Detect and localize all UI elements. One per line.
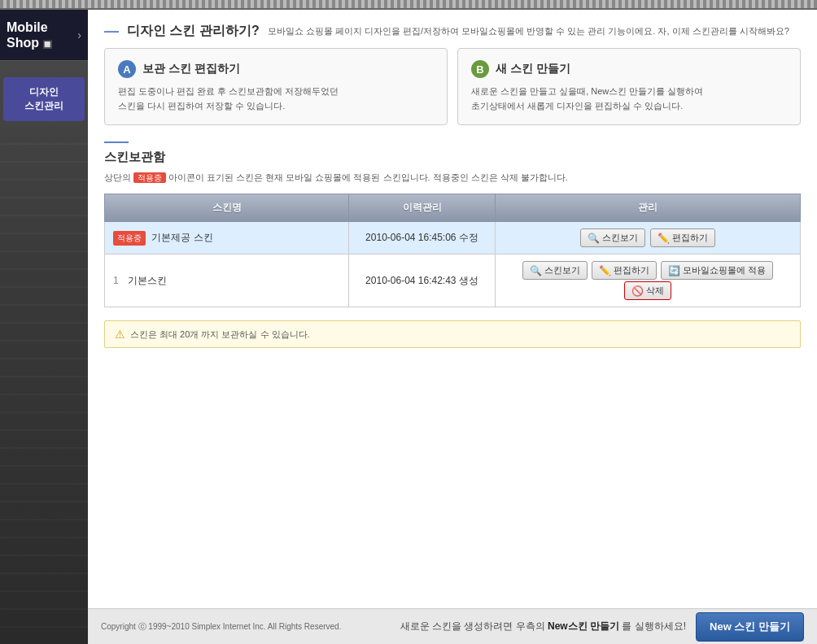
page-description: 모바일쇼 쇼핑몰 페이지 디자인을 편집/저장하여 모바일쇼핑몰에 반영할 수 … [268,25,789,37]
skin-number: 1 [113,275,119,286]
warning-icon: ⚠ [115,328,125,341]
col-header-name: 스킨명 [105,194,349,222]
delete-icon: 🚫 [631,285,644,297]
table-header-row: 스킨명 이력관리 관리 [105,194,801,222]
view-btn-label: 스킨보기 [602,232,638,244]
sidebar-nav: 디자인스킨관리 [0,77,88,123]
view-icon: 🔍 [530,265,542,276]
info-box-b: B 새 스킨 만들기 새로운 스킨을 만들고 싶을때, New스킨 만들기를 실… [457,48,801,125]
section-note-suffix: 아이콘이 표기된 스킨은 현재 모바일 쇼핑몰에 적용된 스킨입니다. 적용중인… [168,172,568,182]
section-note-prefix: 상단의 [104,172,131,182]
view-skin-btn-1[interactable]: 🔍 스킨보기 [580,228,645,247]
apply-icon: 🔄 [668,265,680,276]
history-cell: 2010-06-04 16:45:06 수정 [349,222,496,255]
footer-right: 새로운 스킨을 생성하려면 우측의 New스킨 만들기 를 실행하세요! New… [400,612,804,642]
skin-name: 기본제공 스킨 [151,232,212,243]
sidebar: Mobile Shop 🔲 › 디자인스킨관리 [0,10,88,644]
table-row: 적용중 기본제공 스킨 2010-06-04 16:45:06 수정 🔍 스킨보… [105,222,801,255]
col-header-history: 이력관리 [349,194,496,222]
main-content: — 디자인 스킨 관리하기? 모바일쇼 쇼핑몰 페이지 디자인을 편집/저장하여… [88,10,817,608]
warning-text: 스킨은 최대 20개 까지 보관하실 수 있습니다. [130,329,310,341]
history-cell: 2010-06-04 16:42:43 생성 [349,255,496,307]
info-box-b-title: B 새 스킨 만들기 [471,60,787,78]
skin-name-cell: 적용중 기본제공 스킨 [105,222,349,255]
edit-skin-btn-2[interactable]: ✏️ 편집하기 [592,261,657,280]
view-skin-btn-2[interactable]: 🔍 스킨보기 [522,261,588,280]
info-box-a: A 보관 스킨 편집하기 편집 도중이나 편집 완료 후 스킨보관함에 저장해두… [104,48,448,125]
sidebar-arrow-icon[interactable]: › [77,28,81,41]
section-note: 상단의 적용중 아이콘이 표기된 스킨은 현재 모바일 쇼핑몰에 적용된 스킨입… [104,172,801,184]
footer: Copyright ⓒ 1999~2010 Simplex Internet I… [88,608,817,644]
skin-name: 기본스킨 [128,275,167,286]
info-boxes: A 보관 스킨 편집하기 편집 도중이나 편집 완료 후 스킨보관함에 저장해두… [104,48,801,125]
logo-phone-icon: 🔲 [42,40,52,49]
page-title-bar: — 디자인 스킨 관리하기? 모바일쇼 쇼핑몰 페이지 디자인을 편집/저장하여… [104,23,801,40]
actions-cell: 🔍 스킨보기 ✏️ 편집하기 [496,222,801,255]
skin-name-cell: 1 기본스킨 [105,255,349,307]
info-box-a-desc: 편집 도중이나 편집 완료 후 스킨보관함에 저장해두었던스킨을 다시 편집하여… [118,85,434,113]
sidebar-bg-pattern [0,132,88,644]
skin-table: 스킨명 이력관리 관리 적용중 기본제공 스킨 2010-06-04 16:45… [104,194,801,307]
edit-btn-label: 편집하기 [614,264,649,276]
section-divider [104,141,129,143]
apply-mobile-btn[interactable]: 🔄 모바일쇼핑몰에 적용 [661,261,773,280]
page-title: 디자인 스킨 관리하기? [127,23,260,40]
section-header: 스킨보관함 [104,150,801,165]
edit-icon: ✏️ [658,233,670,244]
info-box-a-title-text: 보관 스킨 편집하기 [142,62,240,76]
view-icon: 🔍 [588,233,600,244]
edit-skin-btn-1[interactable]: ✏️ 편집하기 [650,228,715,247]
delete-skin-btn[interactable]: 🚫 삭제 [624,281,671,300]
col-header-manage: 관리 [496,194,801,222]
delete-btn-label: 삭제 [646,285,664,297]
sidebar-logo: Mobile Shop 🔲 › [0,10,88,61]
badge-a: A [118,60,136,78]
actions-cell: 🔍 스킨보기 ✏️ 편집하기 🔄 모바일쇼핑몰에 적용 [496,255,801,307]
title-accent: — [104,23,119,40]
main-panel: — 디자인 스킨 관리하기? 모바일쇼 쇼핑몰 페이지 디자인을 편집/저장하여… [88,10,817,644]
new-skin-button[interactable]: New 스킨 만들기 [696,612,804,642]
sidebar-item-label: 디자인스킨관리 [24,86,63,111]
table-row: 1 기본스킨 2010-06-04 16:42:43 생성 🔍 스킨보기 ✏️ [105,255,801,307]
active-badge: 적용중 [113,231,146,246]
info-box-b-desc: 새로운 스킨을 만들고 싶을때, New스킨 만들기를 실행하여초기상태에서 새… [471,85,787,113]
footer-copyright: Copyright ⓒ 1999~2010 Simplex Internet I… [101,621,341,633]
sidebar-item-skin-manage[interactable]: 디자인스킨관리 [3,77,85,121]
top-decorative-bar [0,0,817,10]
info-box-b-title-text: 새 스킨 만들기 [496,62,570,76]
edit-icon: ✏️ [599,265,611,276]
logo-text-line1: Mobile [7,20,52,35]
edit-btn-label: 편집하기 [672,232,708,244]
footer-new-skin-text: 새로운 스킨을 생성하려면 우측의 New스킨 만들기 를 실행하세요! [400,620,686,633]
apply-btn-label: 모바일쇼핑몰에 적용 [683,264,766,276]
section-title: 스킨보관함 [104,150,165,165]
logo-text-line2: Shop 🔲 [7,35,52,50]
badge-b: B [471,60,489,78]
view-btn-label: 스킨보기 [544,264,580,276]
section-active-badge: 적용중 [133,172,166,183]
info-box-a-title: A 보관 스킨 편집하기 [118,60,434,78]
warning-note: ⚠ 스킨은 최대 20개 까지 보관하실 수 있습니다. [104,320,801,348]
